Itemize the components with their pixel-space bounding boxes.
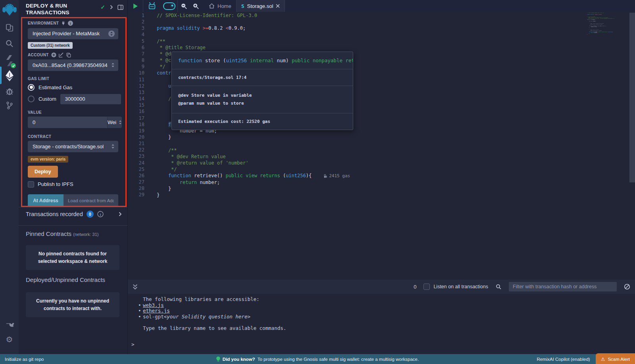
add-account-icon[interactable] [51,52,56,57]
zoom-out-icon[interactable] [178,3,190,10]
zoom-in-icon[interactable] [190,3,202,10]
editor-scrollbar[interactable] [629,13,635,182]
line-number[interactable]: 20 [128,134,148,140]
code-line[interactable]: * @title Storage [157,44,583,51]
terminal-link[interactable]: web3.js [143,303,164,308]
sign-message-icon[interactable] [59,52,64,57]
copy-account-icon[interactable] [66,52,71,57]
file-explorer-icon[interactable] [0,23,19,33]
deploy-and-run-icon[interactable] [0,70,19,82]
radio-selected[interactable] [28,84,35,91]
copilot-toggle[interactable] [161,2,177,10]
contract-select[interactable]: Storage - contracts/Storage.sol [28,141,118,152]
git-init-button[interactable]: Initialize as git repo [0,357,44,362]
close-tab-icon[interactable] [276,4,280,8]
code-line[interactable]: // SPDX-License-Identifier: GPL-3.0 [157,12,583,19]
publish-ipfs-row[interactable]: Publish to IPFS [28,181,118,188]
copilot-status[interactable]: RemixAI Copilot (enabled) [537,357,590,362]
run-script-icon[interactable] [128,3,143,9]
tab-home[interactable]: Home [204,0,236,12]
transactions-expand-icon[interactable] [119,212,122,216]
code-line[interactable]: } [157,134,583,140]
line-number[interactable]: 1 [128,12,148,19]
settings-icon[interactable]: ⚙ [0,335,19,344]
plug-icon[interactable] [61,21,65,25]
code-line[interactable]: } [157,186,583,192]
code-line[interactable]: function retrieve() public view returns … [157,172,583,179]
line-number[interactable]: 8 [128,57,148,63]
line-number[interactable]: 7 [128,51,148,57]
code-line[interactable]: return number; [157,179,583,186]
transaction-filter-input[interactable] [509,282,617,291]
line-number[interactable]: 18 [128,121,148,128]
tab-storage-sol[interactable]: S Storage.sol [237,0,285,12]
scam-alert-button[interactable]: ⚠ Scam Alert [596,353,635,364]
value-input[interactable] [28,117,107,128]
radio-unselected[interactable] [28,96,35,102]
search-icon[interactable] [0,39,19,48]
publish-ipfs-checkbox[interactable] [28,181,34,188]
terminal-prompt[interactable]: > [128,342,635,348]
environment-select[interactable]: Injected Provider - MetaMask [28,28,118,39]
listen-all-checkbox[interactable] [423,284,430,290]
line-number[interactable]: 9 [128,63,148,70]
account-select[interactable]: 0xA03...85ac4 (0.398673504934 [28,59,118,71]
git-icon[interactable] [0,101,19,110]
line-number[interactable]: 27 [128,179,148,185]
code-line[interactable]: /** [157,147,583,153]
code-line[interactable]: pragma solidity >=0.8.2 <0.9.0; [157,25,583,31]
clear-console-icon[interactable] [624,284,630,290]
remix-logo-icon[interactable] [0,2,19,17]
code-line[interactable] [157,19,583,25]
value-unit-select[interactable]: Wei [107,117,122,128]
collapse-terminal-icon[interactable] [133,284,138,290]
custom-gas-input[interactable] [60,94,121,104]
terminal[interactable]: The following libraries are accessible: … [128,294,635,354]
custom-gas-option[interactable]: Custom [28,94,118,104]
line-number[interactable]: 19 [128,128,148,134]
debugger-icon[interactable] [0,86,19,96]
solidity-compiler-icon[interactable] [0,55,19,67]
line-number[interactable]: 21 [128,140,148,147]
environment-info-icon[interactable]: i [68,21,73,26]
line-number[interactable]: 3 [128,25,148,31]
line-number[interactable]: 17 [128,115,148,121]
minimap[interactable]: // SPDX-License-Identifier: GPL-3.0pragm… [587,13,628,35]
line-number[interactable]: 12 [128,83,148,89]
plugin-manager-icon[interactable] [0,320,19,330]
terminal-link[interactable]: ethers.js [143,308,170,314]
code-line[interactable] [157,31,583,38]
at-address-input[interactable] [64,194,118,207]
pin-panel-icon[interactable] [117,5,123,10]
line-number[interactable]: 28 [128,185,148,192]
line-number[interactable]: 11 [128,77,148,83]
listen-all-row[interactable]: Listen on all transactions [423,284,488,290]
line-number[interactable]: 25 [128,166,148,172]
line-number[interactable]: 22 [128,147,148,153]
estimated-gas-option[interactable]: Estimated Gas [28,84,118,91]
line-number[interactable]: 6 [128,44,148,51]
code-line[interactable]: * @dev Return value [157,153,583,160]
at-address-button[interactable]: At Address [28,194,64,207]
line-number[interactable]: 16 [128,108,148,115]
line-number[interactable]: 5 [128,38,148,44]
code-line[interactable]: /** [157,38,583,44]
code-line[interactable]: } [157,192,583,198]
line-number[interactable]: 15 [128,102,148,108]
line-number[interactable]: 4 [128,31,148,38]
code-line[interactable] [157,141,583,147]
expand-panel-icon[interactable] [110,5,113,10]
line-number[interactable]: 26 [128,172,148,179]
deploy-button[interactable]: Deploy [28,166,58,178]
line-number[interactable]: 23 [128,153,148,159]
transactions-info-icon[interactable]: i [97,211,104,217]
line-number[interactable]: 29 [128,192,148,198]
line-number[interactable]: 24 [128,160,148,166]
line-number[interactable]: 13 [128,89,148,96]
ai-copilot-icon[interactable] [143,2,161,10]
code-line[interactable]: */ [157,166,583,172]
line-number[interactable]: 10 [128,70,148,76]
terminal-search-icon[interactable] [495,284,502,290]
line-number[interactable]: 2 [128,19,148,25]
code-line[interactable]: * @return value of 'number' [157,160,583,166]
